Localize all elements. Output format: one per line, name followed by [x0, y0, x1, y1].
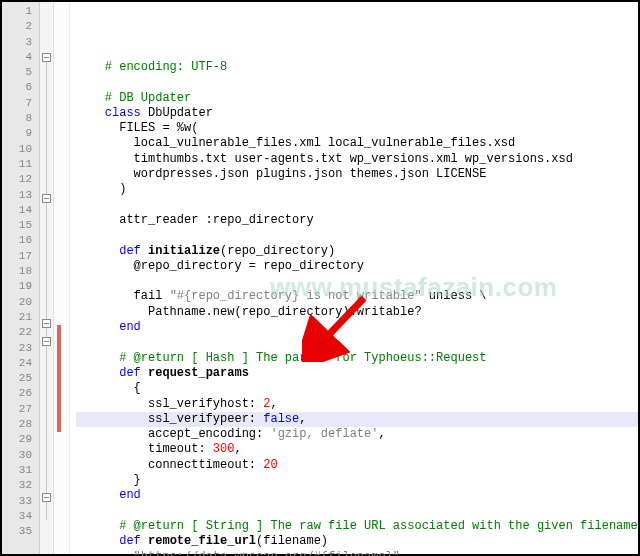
code-line: [76, 274, 638, 289]
line-number: 21: [2, 310, 39, 325]
fold-gutter: [40, 2, 54, 554]
line-number: 17: [2, 249, 39, 264]
code-line: fail "#{repo_directory} is not writable"…: [76, 289, 638, 304]
line-number: 4: [2, 50, 39, 65]
code-line: wordpresses.json plugins.json themes.jso…: [76, 167, 638, 182]
change-mark: [57, 356, 61, 371]
code-line: # encoding: UTF-8: [76, 60, 638, 75]
line-number: 13: [2, 188, 39, 203]
change-margin: [54, 2, 70, 554]
line-number: 10: [2, 142, 39, 157]
line-number: 26: [2, 386, 39, 401]
code-line: Pathname.new(repo_directory).writable?: [76, 305, 638, 320]
change-mark: [57, 371, 61, 386]
line-number: 22: [2, 325, 39, 340]
line-number: 18: [2, 264, 39, 279]
fold-toggle[interactable]: [42, 53, 51, 62]
code-line: # @return [ String ] The raw file URL as…: [76, 519, 638, 534]
code-line: "https://data.wpscan.org/#{filename}": [76, 550, 638, 557]
code-line: end: [76, 320, 638, 335]
editor-frame: 1234567891011121314151617181920212223242…: [2, 2, 638, 554]
code-line: timeout: 300,: [76, 442, 638, 457]
code-area: www.mustafazain.com # encoding: UTF-8 # …: [70, 2, 638, 554]
line-number: 12: [2, 172, 39, 187]
fold-toggle[interactable]: [42, 337, 51, 346]
line-number: 20: [2, 295, 39, 310]
code-line: class DbUpdater: [76, 106, 638, 121]
code-line: {: [76, 381, 638, 396]
fold-toggle[interactable]: [42, 194, 51, 203]
line-number: 33: [2, 494, 39, 509]
fold-toggle[interactable]: [42, 493, 51, 502]
code-line: # DB Updater: [76, 91, 638, 106]
code-line: end: [76, 488, 638, 503]
line-number-gutter: 1234567891011121314151617181920212223242…: [2, 2, 40, 554]
line-number: 7: [2, 96, 39, 111]
line-number: 24: [2, 356, 39, 371]
code-line: ): [76, 182, 638, 197]
line-number: 31: [2, 463, 39, 478]
code-line: [76, 335, 638, 350]
code-line: connecttimeout: 20: [76, 458, 638, 473]
change-mark: [57, 325, 61, 340]
code-line: ssl_verifyhost: 2,: [76, 397, 638, 412]
line-number: 6: [2, 80, 39, 95]
code-line: def request_params: [76, 366, 638, 381]
line-number: 35: [2, 524, 39, 539]
line-number: 5: [2, 65, 39, 80]
code-line: # @return [ Hash ] The params for Typhoe…: [76, 351, 638, 366]
line-number: 34: [2, 509, 39, 524]
line-number: 25: [2, 371, 39, 386]
line-number: 11: [2, 157, 39, 172]
line-number: 1: [2, 4, 39, 19]
code-line: def remote_file_url(filename): [76, 534, 638, 549]
code-line: [76, 198, 638, 213]
line-number: 14: [2, 203, 39, 218]
line-number: 23: [2, 341, 39, 356]
line-number: 27: [2, 402, 39, 417]
code-line: [76, 75, 638, 90]
line-number: 9: [2, 126, 39, 141]
line-number: 16: [2, 233, 39, 248]
code-line: [76, 228, 638, 243]
line-number: 19: [2, 279, 39, 294]
line-number: 3: [2, 35, 39, 50]
line-number: 28: [2, 417, 39, 432]
code-line: ssl_verifypeer: false,: [76, 412, 638, 427]
change-mark: [57, 341, 61, 356]
code-line: @repo_directory = repo_directory: [76, 259, 638, 274]
line-number: 8: [2, 111, 39, 126]
code-line: def initialize(repo_directory): [76, 244, 638, 259]
change-mark: [57, 386, 61, 401]
code-line: attr_reader :repo_directory: [76, 213, 638, 228]
change-mark: [57, 402, 61, 417]
line-number: 32: [2, 478, 39, 493]
code-line: timthumbs.txt user-agents.txt wp_version…: [76, 152, 638, 167]
code-line: accept_encoding: 'gzip, deflate',: [76, 427, 638, 442]
line-number: 30: [2, 448, 39, 463]
code-line: FILES = %w(: [76, 121, 638, 136]
code-line: local_vulnerable_files.xml local_vulnera…: [76, 136, 638, 151]
code-line: [76, 504, 638, 519]
change-mark: [57, 417, 61, 432]
code-line: }: [76, 473, 638, 488]
fold-toggle[interactable]: [42, 319, 51, 328]
line-number: 29: [2, 432, 39, 447]
line-number: 15: [2, 218, 39, 233]
line-number: 2: [2, 19, 39, 34]
